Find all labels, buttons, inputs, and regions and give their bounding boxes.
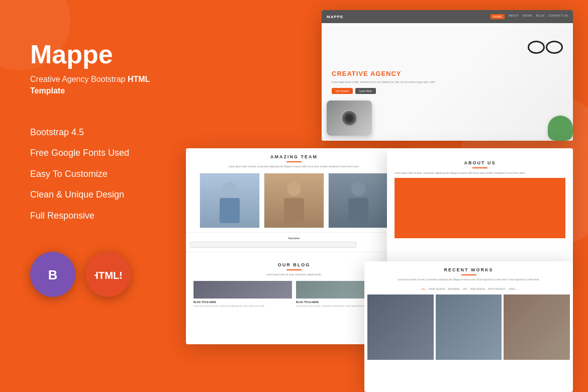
ss-blog-title-1: BLOG TITLE HERE	[193, 301, 292, 304]
feature-customize: Easy To Customize	[30, 168, 161, 180]
plant-decoration	[548, 116, 573, 141]
ss-about-title: ABOUT US	[395, 154, 565, 167]
ss-nav-work: WORK	[523, 14, 532, 19]
product-subtitle: Creative Agency Bootstrap HTML Template	[30, 74, 161, 96]
ss-filter-branding[interactable]: BRANDING	[448, 288, 460, 290]
glasses-decoration	[528, 38, 563, 53]
left-panel: Mappe Creative Agency Bootstrap HTML Tem…	[0, 0, 186, 392]
bootstrap-icon: B	[39, 261, 66, 288]
ss-team-photo-1	[200, 173, 260, 228]
svg-rect-7	[284, 198, 304, 223]
ss-work-photo-3	[504, 295, 570, 360]
ss-hero-desc: Fusce eget lectus mollis, tincidunt lore…	[332, 80, 563, 84]
ss-nav-links: HOME ABOUT WORK BLOG CONTACT US	[491, 14, 568, 19]
svg-text:B: B	[48, 268, 58, 282]
ss-nav-logo: MAPPE	[327, 15, 343, 19]
ss-blog-post-1: BLOG TITLE HERE Lorem ipsum dolor sit am…	[193, 281, 292, 308]
bootstrap-badge: B	[30, 252, 75, 297]
subtitle-regular: Creative Agency Bootstrap	[30, 75, 128, 83]
ss-newsletter-label: Newsletter	[190, 237, 398, 240]
ss-filter-photo[interactable]: PHOTOGRAPHY	[488, 288, 506, 290]
ss-team-photo-3	[328, 173, 388, 228]
camera-lens	[341, 110, 358, 127]
html5-badge: HTML5	[85, 252, 131, 297]
ss-newsletter: Newsletter	[186, 232, 402, 252]
screenshot-hero: MAPPE HOME ABOUT WORK BLOG CONTACT US CR…	[322, 10, 573, 141]
ss-nav: MAPPE HOME ABOUT WORK BLOG CONTACT US	[322, 10, 573, 23]
ss-team-member-3	[328, 173, 388, 228]
ss-team-title: AMAZING TEAM	[186, 148, 402, 161]
ss-team-photo-2	[264, 173, 324, 228]
feature-design: Clean & Unique Design	[30, 189, 161, 201]
ss-filter-print[interactable]: PRINT DESIGN	[429, 288, 445, 290]
ss-blog-divider	[286, 269, 302, 270]
ss-nav-blog: BLOG	[536, 14, 545, 19]
ss-nav-contact: CONTACT US	[549, 14, 568, 19]
ss-about-content: ABOUT US Lorem ipsum dolor sit amet, con…	[387, 148, 573, 244]
svg-text:HTML5: HTML5	[94, 270, 122, 281]
ss-filter-web[interactable]: WEB DESIGN	[470, 288, 485, 290]
features-list: Bootstrap 4.5 Free Google Fonts Used Eas…	[30, 127, 161, 222]
ss-hero-title: CREATIVE AGENCY	[332, 70, 563, 77]
product-title: Mappe	[30, 40, 161, 69]
camera-decoration	[327, 101, 372, 136]
ss-about-text: Lorem ipsum dolor sit amet, consectetur …	[395, 171, 565, 175]
right-panel: MAPPE HOME ABOUT WORK BLOG CONTACT US CR…	[186, 0, 588, 392]
ss-filter-art[interactable]: ART	[463, 288, 467, 290]
ss-team-member-2	[264, 173, 324, 228]
svg-point-6	[287, 182, 301, 196]
ss-team-desc: Lorem ipsum dolor sit amet, consectetur …	[186, 165, 402, 169]
feature-responsive: Full Responsive	[30, 210, 161, 222]
ss-btn-secondary: Learn More	[355, 88, 376, 94]
ss-blog-text-1: Lorem ipsum dolor sit amet, consectetur …	[193, 305, 292, 308]
screenshot-about: ABOUT US Lorem ipsum dolor sit amet, con…	[387, 148, 573, 274]
svg-rect-5	[220, 198, 240, 223]
ss-works-filter: ALL PRINT DESIGN BRANDING ART WEB DESIGN…	[364, 286, 573, 292]
screenshot-works: RECENT WORKS Lorem ipsum dolor sit amet,…	[364, 261, 573, 392]
ss-work-photo-2	[436, 295, 502, 360]
tech-badges: B HTML5	[30, 252, 161, 297]
ss-blog-img-1	[193, 281, 292, 299]
ss-newsletter-input	[190, 242, 356, 248]
ss-about-divider	[472, 167, 487, 168]
feature-bootstrap: Bootstrap 4.5	[30, 127, 161, 138]
feature-fonts: Free Google Fonts Used	[30, 147, 161, 159]
svg-rect-9	[348, 198, 368, 223]
svg-point-4	[223, 182, 237, 196]
ss-filter-video[interactable]: VIDEO	[509, 288, 516, 290]
ss-works-title: RECENT WORKS	[364, 261, 573, 274]
ss-filter-all[interactable]: ALL	[422, 288, 426, 290]
ss-btn-primary: Get Started	[332, 88, 353, 94]
ss-nav-about: ABOUT	[509, 14, 519, 19]
ss-team-member-1	[200, 173, 260, 228]
ss-team-members	[186, 173, 402, 228]
html5-icon: HTML5	[94, 261, 122, 288]
svg-point-8	[351, 182, 365, 196]
ss-team-divider	[286, 161, 302, 162]
ss-hero-btns: Get Started Learn More	[332, 88, 563, 94]
ss-about-img	[395, 178, 565, 238]
ss-hero-content: CREATIVE AGENCY Fusce eget lectus mollis…	[322, 23, 573, 141]
ss-work-photo-1	[367, 295, 434, 360]
ss-works-photos	[364, 295, 573, 360]
ss-nav-home: HOME	[491, 14, 505, 19]
ss-works-divider	[461, 274, 476, 275]
ss-works-desc: Lorem ipsum dolor sit amet, consectetur …	[364, 278, 573, 282]
